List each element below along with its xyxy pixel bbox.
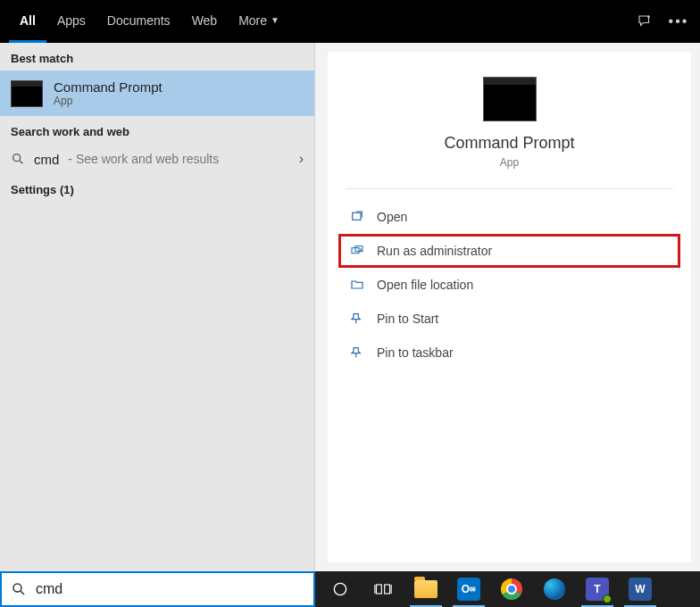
taskbar-file-explorer[interactable] xyxy=(406,571,446,607)
task-view-button[interactable] xyxy=(363,571,403,607)
action-label: Pin to taskbar xyxy=(377,345,454,360)
taskbar-word[interactable]: W xyxy=(621,571,660,607)
cmd-prompt-icon xyxy=(11,80,43,107)
action-open[interactable]: Open xyxy=(338,200,680,234)
action-label: Pin to Start xyxy=(377,312,438,326)
svg-rect-11 xyxy=(377,585,382,594)
tab-more-label: More xyxy=(238,13,267,28)
feedback-icon[interactable] xyxy=(636,12,654,30)
taskbar-edge[interactable] xyxy=(535,571,574,607)
action-run-as-admin[interactable]: Run as administrator xyxy=(338,234,680,268)
tab-documents[interactable]: Documents xyxy=(96,0,181,43)
preview-title: Command Prompt xyxy=(444,134,574,153)
pin-icon xyxy=(350,312,364,326)
folder-icon xyxy=(350,278,364,292)
search-icon xyxy=(11,581,27,597)
folder-icon xyxy=(414,580,438,598)
svg-line-9 xyxy=(21,591,24,595)
tab-more[interactable]: More ▼ xyxy=(228,0,290,43)
search-icon xyxy=(11,152,25,166)
open-icon xyxy=(350,210,364,224)
search-filter-tabs: All Apps Documents Web More ▼ ••• xyxy=(0,0,700,43)
svg-point-8 xyxy=(13,584,21,592)
word-icon: W xyxy=(629,578,652,601)
tab-all[interactable]: All xyxy=(9,0,46,43)
chevron-down-icon: ▼ xyxy=(271,15,279,25)
outlook-icon: O✉ xyxy=(457,578,480,601)
svg-line-2 xyxy=(20,161,22,163)
tab-apps[interactable]: Apps xyxy=(46,0,96,43)
start-search-box[interactable] xyxy=(0,571,315,607)
results-panel: Best match Command Prompt App Search wor… xyxy=(0,43,315,571)
taskbar-outlook[interactable]: O✉ xyxy=(449,571,488,607)
chrome-icon xyxy=(501,578,522,600)
preview-subtitle: App xyxy=(500,156,519,169)
svg-rect-3 xyxy=(353,212,361,220)
action-label: Run as administrator xyxy=(377,244,492,258)
more-options-icon[interactable]: ••• xyxy=(670,12,688,30)
action-pin-to-start[interactable]: Pin to Start xyxy=(338,302,680,336)
action-label: Open xyxy=(377,210,407,224)
chevron-right-icon: › xyxy=(299,151,304,167)
taskbar: O✉ T W xyxy=(315,571,700,607)
best-match-label: Best match xyxy=(0,43,314,71)
svg-point-1 xyxy=(13,154,21,162)
action-open-file-location[interactable]: Open file location xyxy=(338,268,680,302)
action-list: Open Run as administrator Open file loca… xyxy=(331,189,688,380)
result-title: Command Prompt xyxy=(54,79,162,95)
admin-icon xyxy=(350,244,364,258)
search-input[interactable] xyxy=(36,581,304,597)
web-query: cmd xyxy=(34,152,59,167)
action-label: Open file location xyxy=(377,278,473,292)
settings-label[interactable]: Settings (1) xyxy=(0,174,314,202)
preview-panel: Command Prompt App Open Run as administr… xyxy=(315,43,700,571)
search-work-web-label: Search work and web xyxy=(0,116,314,144)
taskbar-chrome[interactable] xyxy=(492,571,531,607)
web-hint: - See work and web results xyxy=(68,152,219,166)
result-subtitle: App xyxy=(54,95,162,107)
best-match-result[interactable]: Command Prompt App xyxy=(0,71,314,116)
svg-point-10 xyxy=(334,583,346,595)
status-dot-icon xyxy=(603,595,612,603)
action-pin-to-taskbar[interactable]: Pin to taskbar xyxy=(338,336,680,370)
tab-web[interactable]: Web xyxy=(181,0,229,43)
edge-icon xyxy=(544,578,565,600)
pin-icon xyxy=(350,345,364,360)
cmd-prompt-icon xyxy=(483,77,537,121)
cortana-button[interactable] xyxy=(321,571,360,607)
svg-point-0 xyxy=(648,16,650,18)
web-search-result[interactable]: cmd - See work and web results › xyxy=(0,144,314,174)
svg-rect-12 xyxy=(385,585,390,594)
taskbar-teams[interactable]: T xyxy=(578,571,617,607)
